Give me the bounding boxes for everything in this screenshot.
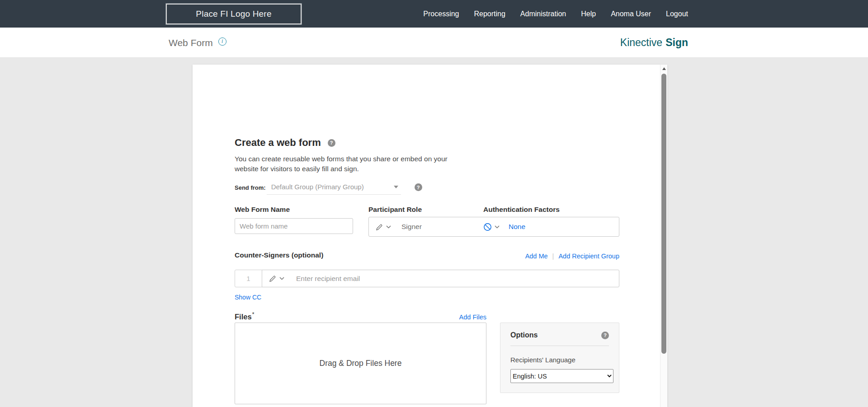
options-title: Options <box>510 331 538 339</box>
recipients-language-select[interactable]: English: US <box>510 369 613 383</box>
scrollbar-thumb[interactable] <box>661 74 666 354</box>
link-separator: | <box>552 253 554 260</box>
nav-processing[interactable]: Processing <box>423 10 459 18</box>
fi-logo-placeholder: Place FI Logo Here <box>166 4 302 24</box>
title-help-icon[interactable]: ? <box>328 139 335 147</box>
no-authentication-icon <box>483 223 492 231</box>
brand-product: Sign <box>665 37 688 49</box>
dropzone-text: Drag & Drop Files Here <box>320 359 402 368</box>
file-dropzone[interactable]: Drag & Drop Files Here <box>235 323 486 404</box>
recipient-email-field[interactable]: Enter recipient email <box>262 270 619 287</box>
brand-logo: Kinective Sign <box>620 28 688 58</box>
web-form-name-label: Web Form Name <box>235 206 290 214</box>
sub-header-bar: Web Form i Kinective Sign <box>0 28 868 58</box>
required-asterisk: * <box>252 311 255 318</box>
options-help-icon[interactable]: ? <box>601 332 609 339</box>
send-from-label: Send from: <box>235 184 266 191</box>
participant-role-box: Signer None <box>368 217 619 237</box>
authentication-factors-label: Authentication Factors <box>483 206 560 214</box>
add-files-link[interactable]: Add Files <box>459 313 486 321</box>
chevron-down-icon <box>495 225 500 229</box>
panel-scrollbar[interactable] <box>660 65 667 407</box>
options-divider <box>510 346 609 346</box>
top-navigation-bar: Place FI Logo Here Processing Reporting … <box>0 0 868 28</box>
pen-icon <box>269 275 277 282</box>
page-title: Web Form <box>169 37 213 48</box>
authentication-value[interactable]: None <box>509 223 525 231</box>
participant-role-label: Participant Role <box>368 206 422 214</box>
counter-signers-label: Counter-Signers (optional) <box>235 251 323 259</box>
pen-icon <box>376 223 383 231</box>
add-recipient-group-link[interactable]: Add Recipient Group <box>558 253 619 260</box>
form-description: You can create reusable web forms that y… <box>235 154 472 174</box>
chevron-down-icon <box>386 225 391 229</box>
role-dropdown[interactable] <box>376 223 391 231</box>
recipient-role-dropdown[interactable] <box>269 275 284 282</box>
info-icon[interactable]: i <box>218 37 226 46</box>
caret-down-icon <box>394 186 398 188</box>
brand-name: Kinective <box>620 37 662 49</box>
authentication-dropdown[interactable]: None <box>483 223 525 231</box>
send-from-value: Default Group (Primary Group) <box>271 183 364 191</box>
chevron-down-icon <box>279 277 284 280</box>
web-form-name-input[interactable] <box>235 218 353 234</box>
show-cc-link[interactable]: Show CC <box>235 294 261 301</box>
send-from-dropdown[interactable]: Default Group (Primary Group) <box>267 182 401 195</box>
nav-user-menu[interactable]: Anoma User <box>611 10 651 18</box>
scroll-up-icon[interactable] <box>662 67 666 70</box>
form-title: Create a web form <box>235 137 321 149</box>
counter-signer-row: 1 Enter recipient email <box>235 270 619 287</box>
recipient-index: 1 <box>235 270 262 287</box>
add-me-link[interactable]: Add Me <box>525 253 548 260</box>
nav-administration[interactable]: Administration <box>520 10 566 18</box>
fi-logo-text: Place FI Logo Here <box>196 9 271 19</box>
nav-help[interactable]: Help <box>581 10 596 18</box>
send-from-help-icon[interactable]: ? <box>415 183 422 191</box>
recipients-language-label: Recipients' Language <box>510 356 609 364</box>
top-nav-menu: Processing Reporting Administration Help… <box>423 0 688 28</box>
create-web-form-panel: Create a web form ? You can create reusa… <box>193 65 667 407</box>
files-label: Files* <box>235 311 255 321</box>
participant-role-value[interactable]: Signer <box>401 223 422 231</box>
options-panel: Options ? Recipients' Language English: … <box>500 323 619 393</box>
nav-logout[interactable]: Logout <box>666 10 688 18</box>
nav-reporting[interactable]: Reporting <box>474 10 505 18</box>
recipient-email-placeholder: Enter recipient email <box>296 275 360 283</box>
